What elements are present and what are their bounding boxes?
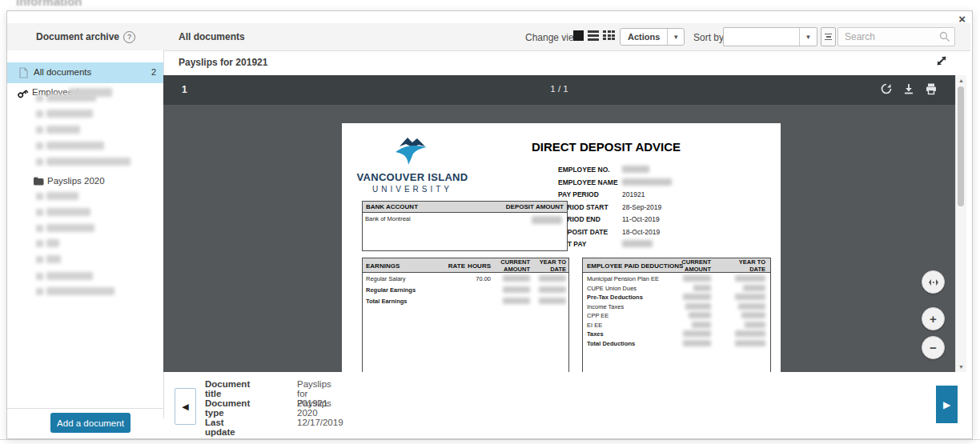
scrollbar-thumb[interactable] xyxy=(958,86,964,206)
sidebar-item-redacted[interactable] xyxy=(36,223,156,234)
earnings-hours: 70.00 xyxy=(476,275,491,282)
redacted-value xyxy=(622,166,649,173)
scroll-down-icon[interactable]: ▼ xyxy=(956,364,966,370)
sort-order-button[interactable] xyxy=(821,27,836,46)
sidebar-item-payslips-2020[interactable]: Payslips 2020 xyxy=(7,174,163,190)
info-value: 28-Sep-2019 xyxy=(622,203,661,211)
pdf-viewer-canvas[interactable]: VANCOUVER ISLAND UNIVERSITY DIRECT DEPOS… xyxy=(163,105,955,372)
sidebar-item-redacted[interactable] xyxy=(36,93,156,104)
redacted-amount xyxy=(735,330,765,337)
sidebar-item-redacted[interactable] xyxy=(36,238,156,250)
redacted-amount xyxy=(539,275,566,282)
redacted-amount xyxy=(743,285,765,291)
viewer-scrollbar[interactable]: ▲ ▼ xyxy=(955,75,966,372)
info-value: 11-Oct-2019 xyxy=(622,215,660,223)
document-archive-modal: × Document archive ? All documents Chang… xyxy=(6,10,973,439)
earnings-row: Regular Salary xyxy=(366,275,406,282)
previous-document-button[interactable]: ◀ xyxy=(175,388,196,425)
search-box xyxy=(837,27,955,46)
earnings-row: Regular Earnings xyxy=(366,286,416,294)
zoom-in-button[interactable]: + xyxy=(922,307,945,330)
page-indicator: 1 / 1 xyxy=(163,84,955,94)
document-tree-sidebar: All documents 2 Employee ( xyxy=(7,50,164,418)
all-documents-count: 2 xyxy=(151,67,156,77)
redacted-amount xyxy=(741,312,765,318)
fit-width-button[interactable] xyxy=(922,270,945,294)
sidebar-item-all-documents[interactable]: All documents 2 xyxy=(7,62,163,83)
redacted-value xyxy=(622,240,653,247)
background-page-edge xyxy=(0,439,980,440)
deduction-row: CPP EE xyxy=(587,312,608,319)
redacted-amount xyxy=(745,322,765,328)
next-document-button[interactable]: ▶ xyxy=(936,386,958,423)
document-icon xyxy=(19,67,28,78)
sidebar-item-redacted[interactable] xyxy=(36,286,156,298)
info-label: PAY PERIOD xyxy=(558,190,599,198)
deduction-row: Municipal Pension Plan EE xyxy=(587,275,659,282)
university-name: VANCOUVER ISLAND xyxy=(356,171,468,183)
list-view-title: All documents xyxy=(179,31,245,42)
redacted-value xyxy=(622,178,672,186)
key-icon xyxy=(17,87,29,99)
earnings-row: Total Earnings xyxy=(366,298,408,305)
sort-by-select[interactable]: ▼ xyxy=(723,27,817,46)
sidebar-item-redacted[interactable] xyxy=(36,157,156,168)
sidebar-item-redacted[interactable] xyxy=(36,207,156,218)
bank-name: Bank of Montreal xyxy=(365,215,411,222)
modal-header-bar: Document archive ? All documents Change … xyxy=(7,23,970,51)
info-value: 18-Oct-2019 xyxy=(622,228,660,236)
background-page-text: information xyxy=(16,0,82,8)
grid-view-icon[interactable] xyxy=(603,30,614,41)
deduction-row: CUPE Union Dues xyxy=(587,285,637,292)
pdf-page: VANCOUVER ISLAND UNIVERSITY DIRECT DEPOS… xyxy=(342,123,781,372)
sidebar-item-redacted[interactable] xyxy=(36,254,156,266)
help-icon[interactable]: ? xyxy=(123,31,135,43)
sidebar-item-redacted[interactable] xyxy=(36,109,156,120)
meta-label: Document title xyxy=(205,379,250,398)
sort-chevron-down-icon: ▼ xyxy=(799,28,817,46)
folder-icon xyxy=(34,177,44,186)
pdf-viewer-toolbar: 1 1 / 1 xyxy=(163,75,955,105)
rotate-icon[interactable] xyxy=(880,82,893,95)
deposit-amount-header: DEPOSIT AMOUNT xyxy=(506,203,564,210)
meta-value: Payslips 2020 xyxy=(297,398,331,418)
redacted-amount xyxy=(689,312,711,318)
change-view-label: Change view xyxy=(525,32,580,43)
earnings-table: EARNINGS RATE HOURS CURRENTAMOUNT YEAR T… xyxy=(362,258,569,372)
bank-account-table: BANK ACCOUNT DEPOSIT AMOUNT Bank of Mont… xyxy=(362,201,568,251)
meta-label: Last update xyxy=(205,418,235,437)
sidebar-footer-divider xyxy=(7,408,163,409)
meta-label: Document type xyxy=(205,398,250,418)
sort-by-selected-value xyxy=(724,28,799,46)
sidebar-item-redacted[interactable] xyxy=(36,191,156,202)
redacted-amount xyxy=(738,303,765,310)
add-document-button[interactable]: Add a document xyxy=(50,413,131,433)
actions-button[interactable]: Actions ▼ xyxy=(620,28,685,46)
search-input[interactable] xyxy=(843,29,934,45)
info-label: EMPLOYEE NAME xyxy=(558,178,618,186)
fullscreen-expand-icon[interactable] xyxy=(934,54,949,68)
sidebar-item-redacted[interactable] xyxy=(36,141,156,152)
search-icon xyxy=(939,31,950,42)
list-view-icon[interactable] xyxy=(588,30,599,41)
print-icon[interactable] xyxy=(925,82,938,95)
redacted-amount xyxy=(683,294,711,300)
sort-by-label: Sort by xyxy=(693,32,724,43)
sidebar-item-redacted[interactable] xyxy=(36,125,156,136)
redacted-amount xyxy=(683,275,711,282)
scroll-up-icon[interactable]: ▲ xyxy=(956,78,966,83)
redacted-amount xyxy=(692,322,711,328)
single-view-icon[interactable] xyxy=(573,30,584,41)
zoom-out-button[interactable]: − xyxy=(922,336,945,359)
redacted-amount xyxy=(735,275,765,282)
redacted-deposit-amount xyxy=(532,216,562,224)
download-icon[interactable] xyxy=(902,82,915,95)
pdf-heading: DIRECT DEPOSIT ADVICE xyxy=(518,140,694,154)
redacted-amount xyxy=(685,303,711,310)
deduction-row: EI EE xyxy=(587,322,602,329)
sidebar-item-redacted[interactable] xyxy=(36,271,156,282)
actions-button-label: Actions xyxy=(621,32,667,42)
employee-info-block: EMPLOYEE NO. EMPLOYEE NAME PAY PERIOD201… xyxy=(558,166,774,258)
sidebar-item-label: All documents xyxy=(34,67,91,77)
screen: information × Document archive ? All doc… xyxy=(0,0,980,444)
